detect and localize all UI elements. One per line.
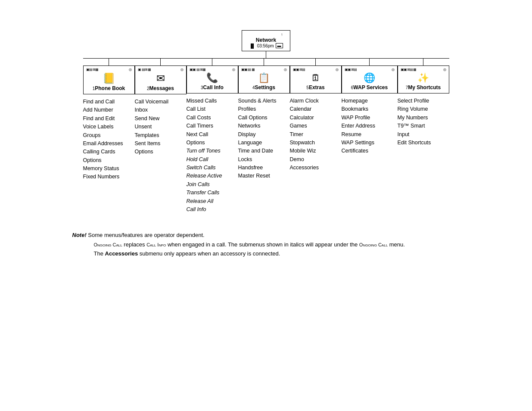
list-item: Send New [135,115,187,123]
list-item: Call Voicemail [135,98,187,106]
column-extras: ▣▣⊞▤ ◎ 🗓 5Extras Alarm Clock Calendar Ca… [290,59,342,214]
diagram-container: ↑ Network ▐▌ 03:56pm ▬ ▣▤⊞▦ ◎ 📒 1Ph [26,30,506,259]
list-item: Demo [290,156,342,164]
network-title: Network [249,37,283,43]
list-item: Display [238,131,290,139]
list-item: Options [135,148,187,156]
list-item: Switch Calls [187,164,238,172]
messages-icon: ✉ [138,72,184,84]
list-item: Networks [238,122,290,130]
icon-row-1: ▣▤⊞▦ ◎ [86,68,132,72]
column-messages: ▣ ▤⊞▦ ◎ ✉ 2Messages Call Voicemail Inbox… [135,59,187,214]
list-item: T9™ Smart [398,122,449,130]
list-item: Call Timers [187,122,238,130]
shortcuts-icon: ✨ [401,72,446,84]
list-item: Memory Status [83,165,135,173]
list-item: Fixed Numbers [83,173,135,181]
extras-icon: 🗓 [293,72,339,84]
list-item: WAP Profile [342,114,398,122]
vline-call-info [212,59,212,65]
messages-items: Call Voicemail Inbox Send New Unsent Tem… [135,98,187,156]
list-item: Next Call [187,131,238,139]
list-item: Handsfree [238,164,290,172]
list-item: Master Reset [238,172,290,180]
phone-book-label: 1Phone Book [86,85,132,91]
menu-box-wap: ▣▣⊞▤ ◎ 🌐 6WAP Services [342,65,398,93]
vline-shortcuts [423,59,423,65]
call-info-icon: 📞 [190,72,235,84]
list-item: Time and Date [238,147,290,155]
list-item: Accessories [290,164,342,172]
menu-box-shortcuts: ▣▣⊞▤▦ ◎ ✨ 7My Shortcuts [398,65,449,93]
menu-box-extras: ▣▣⊞▤ ◎ 🗓 5Extras [290,65,342,93]
network-status: ▐▌ 03:56pm ▬ [249,43,283,48]
column-shortcuts: ▣▣⊞▤▦ ◎ ✨ 7My Shortcuts Select Profile R… [398,59,449,214]
network-time: 03:56pm [257,44,274,48]
wap-items: Homepage Bookmarks WAP Profile Enter Add… [342,97,398,156]
list-item: Profiles [238,105,290,113]
vline-extras [315,59,316,65]
icon-row-5: ▣▣⊞▤ ◎ [293,68,339,72]
ongoing-call-ref: Ongoing Call [94,242,122,247]
call-info-items: Missed Calls Call List Call Costs Call T… [187,97,238,214]
note-text: Some menus/features are operator depende… [88,232,204,238]
list-item: Email Addresses [83,140,135,148]
list-item: Calculator [290,114,342,122]
list-item: Games [290,122,342,130]
extras-label: 5Extras [293,84,339,90]
list-item: Find and Call [83,98,135,106]
list-item: Options [187,139,238,147]
list-item: Call Info [187,206,238,214]
menu-box-call-info: ▣▣ ▤⊞▦ ◎ 📞 3Call Info [187,65,238,93]
wap-icon: 🌐 [345,72,395,84]
vline-settings [264,59,264,65]
list-item: Unsent [135,123,187,131]
column-call-info: ▣▣ ▤⊞▦ ◎ 📞 3Call Info Missed Calls Call … [187,59,238,214]
list-item: Turn off Tones [187,147,238,155]
icon-row-4: ▣▣▤ ▦ ◎ [241,68,287,72]
list-item: Calendar [290,105,342,113]
menu-box-messages: ▣ ▤⊞▦ ◎ ✉ 2Messages [135,65,187,94]
list-item: Select Profile [398,97,449,105]
ongoing-call-ref2: Ongoing Call [359,242,388,247]
network-box: ↑ Network ▐▌ 03:56pm ▬ [242,30,290,51]
note-line-1: Note! Some menus/features are operator d… [72,231,460,240]
settings-items: Sounds & Alerts Profiles Call Options Ne… [238,97,290,181]
list-item: Release Active [187,172,238,180]
list-item: Call List [187,105,238,113]
list-item: Hold Call [187,156,238,164]
icon-row-3: ▣▣ ▤⊞▦ ◎ [190,68,235,72]
list-item: Add Number [83,106,135,114]
phone-book-items: Find and Call Add Number Find and Edit V… [83,98,135,181]
list-item: Stopwatch [290,139,342,147]
battery-icon: ▬ [276,43,283,48]
note-line-3: The Accessories submenu only appears whe… [94,249,460,258]
messages-label: 2Messages [138,85,184,91]
extras-items: Alarm Clock Calendar Calculator Games Ti… [290,97,342,172]
list-item: Calling Cards [83,148,135,156]
accessories-ref: Accessories [105,250,138,257]
list-item: WAP Settings [342,139,398,147]
list-item: Find and Edit [83,115,135,123]
list-item: Bookmarks [342,105,398,113]
phone-book-icon: 📒 [86,72,132,84]
list-item: Missed Calls [187,97,238,105]
list-item: Templates [135,131,187,140]
column-settings: ▣▣▤ ▦ ◎ 📋 4Settings Sounds & Alerts Prof… [238,59,290,214]
icon-row-2: ▣ ▤⊞▦ ◎ [138,68,184,72]
list-item: Resume [342,131,398,139]
menu-box-settings: ▣▣▤ ▦ ◎ 📋 4Settings [238,65,290,93]
list-item: Groups [83,131,135,140]
icon-row-7: ▣▣⊞▤▦ ◎ [401,68,446,72]
list-item: Call Options [238,114,290,122]
icon-row-6: ▣▣⊞▤ ◎ [345,68,395,72]
call-info-label: 3Call Info [190,84,235,90]
call-info-ref: Call Info [146,242,166,247]
list-item: Release All [187,197,238,206]
list-item: Certificates [342,147,398,155]
vline-wap [369,59,370,65]
list-item: Mobile Wiz [290,147,342,155]
list-item: Transfer Calls [187,189,238,197]
list-item: Language [238,139,290,147]
list-item: Alarm Clock [290,97,342,105]
